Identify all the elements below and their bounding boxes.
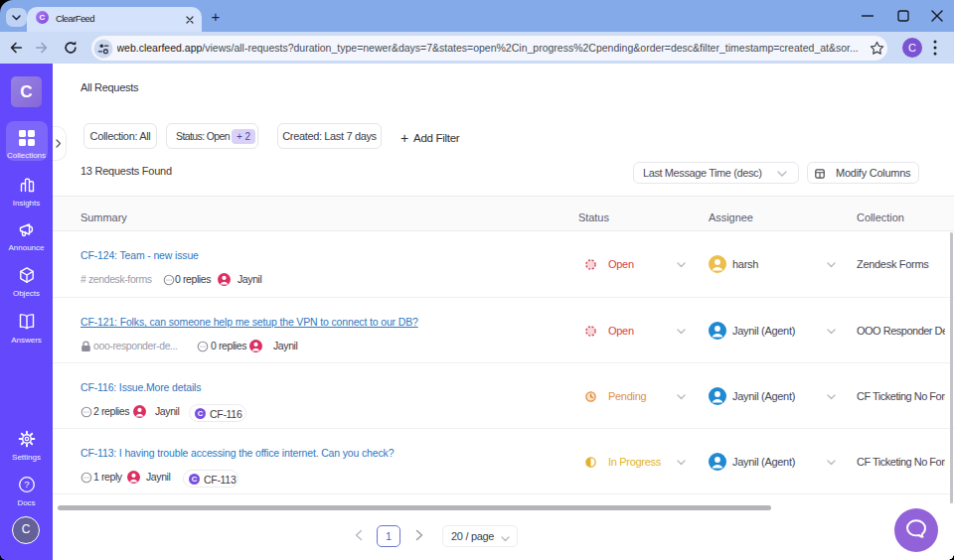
svg-text:?: ? xyxy=(24,479,29,490)
